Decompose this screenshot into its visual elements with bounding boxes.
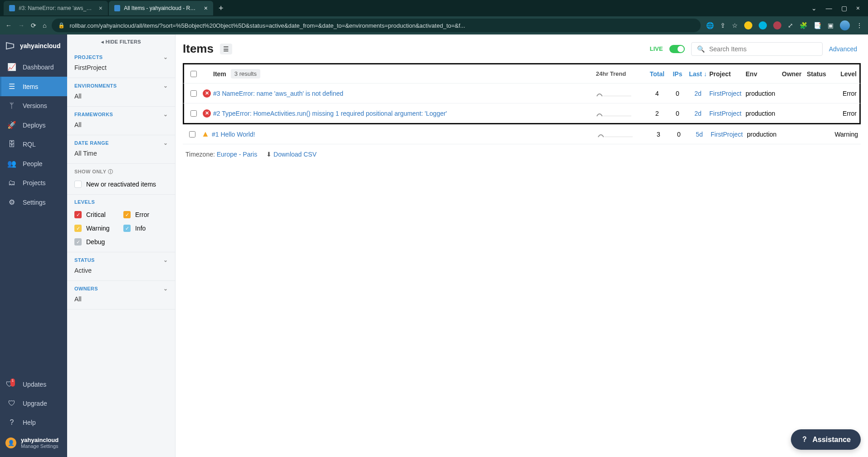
filter-daterange-header[interactable]: DATE RANGE⌄: [74, 140, 168, 150]
col-last[interactable]: Last ↓: [687, 70, 709, 78]
filter-daterange-value[interactable]: All Time: [74, 150, 168, 157]
filter-projects-header[interactable]: PROJECTS⌄: [74, 54, 168, 64]
filter-status-header[interactable]: STATUS⌄: [74, 257, 168, 267]
info-icon[interactable]: ⓘ: [108, 169, 113, 174]
browser-tab-0[interactable]: #3: NameError: name 'aws_auth' ×: [4, 1, 108, 15]
hide-filters-label: HIDE FILTERS: [106, 39, 141, 44]
level-critical[interactable]: ✓Critical: [74, 209, 119, 218]
nav-people[interactable]: 👥 People: [0, 154, 67, 173]
select-all-checkbox[interactable]: [190, 71, 197, 77]
browser-tab-1[interactable]: All Items - yahyaincloud - Rollbar ×: [109, 1, 213, 15]
maximize-icon[interactable]: ▢: [841, 5, 847, 12]
star-icon[interactable]: ☆: [732, 22, 738, 29]
extensions-icon[interactable]: 🧩: [800, 22, 807, 29]
live-toggle[interactable]: [669, 45, 685, 53]
checkbox-icon[interactable]: ✓: [123, 225, 131, 232]
ext-icon-2[interactable]: [759, 21, 767, 29]
filter-frameworks-header[interactable]: FRAMEWORKS⌄: [74, 111, 168, 121]
chevron-down-icon[interactable]: ⌄: [811, 5, 817, 12]
filter-environments-header[interactable]: ENVIRONMENTS⌄: [74, 83, 168, 93]
advanced-link[interactable]: Advanced: [829, 45, 857, 53]
nav-settings[interactable]: ⚙ Settings: [0, 192, 67, 212]
ext-icon-1[interactable]: [744, 21, 752, 29]
filter-levels-header[interactable]: LEVELS: [74, 199, 168, 208]
cell-project[interactable]: FirstProject: [711, 131, 747, 138]
checkbox-icon[interactable]: ✓: [123, 211, 131, 218]
filter-owners-value[interactable]: All: [74, 295, 168, 303]
row-checkbox[interactable]: [190, 110, 197, 117]
close-icon[interactable]: ×: [204, 5, 208, 12]
assistance-button[interactable]: ？ Assistance: [791, 429, 861, 450]
list-view-toggle[interactable]: ☰: [220, 44, 232, 54]
filter-owners-header[interactable]: OWNERS⌄: [74, 285, 168, 295]
filter-status-value[interactable]: Active: [74, 267, 168, 274]
item-link[interactable]: #3 NameError: name 'aws_auth' is not def…: [213, 90, 343, 97]
col-level[interactable]: Level: [829, 70, 857, 78]
nav-dashboard[interactable]: 📈 Dashboard: [0, 57, 67, 77]
filter-frameworks-value[interactable]: All: [74, 121, 168, 128]
reload-icon[interactable]: ⟳: [31, 22, 36, 29]
close-icon[interactable]: ×: [99, 5, 102, 12]
col-ips[interactable]: IPs: [668, 70, 687, 78]
workspace-header[interactable]: yahyaincloud: [0, 34, 67, 57]
checkbox-icon[interactable]: ✓: [74, 238, 82, 246]
forward-icon[interactable]: →: [18, 22, 24, 29]
show-only-checkbox-row[interactable]: New or reactivated items: [74, 179, 168, 188]
row-checkbox[interactable]: [190, 90, 197, 97]
tab-favicon: [114, 5, 120, 11]
level-info[interactable]: ✓Info: [123, 223, 168, 232]
col-item[interactable]: Item: [213, 70, 226, 78]
back-icon[interactable]: ←: [5, 22, 12, 29]
level-error[interactable]: ✓Error: [123, 209, 168, 218]
search-box[interactable]: 🔍: [691, 42, 823, 56]
home-icon[interactable]: ⌂: [43, 22, 46, 29]
cell-last[interactable]: 2d: [687, 110, 709, 117]
ext-icon-3[interactable]: [773, 21, 781, 29]
checkbox-icon[interactable]: [74, 181, 82, 188]
nav-projects[interactable]: 🗂 Projects: [0, 173, 67, 192]
cell-last[interactable]: 2d: [687, 90, 709, 97]
timezone-link[interactable]: Europe - Paris: [217, 151, 257, 158]
col-total[interactable]: Total: [646, 70, 668, 78]
install-icon[interactable]: ⤢: [788, 22, 793, 29]
share-icon[interactable]: ⇪: [720, 22, 726, 29]
user-name: yahyaincloud: [21, 437, 59, 443]
user-menu[interactable]: 👤 yahyaincloud Manage Settings: [0, 432, 67, 453]
row-checkbox[interactable]: [189, 131, 195, 138]
hide-filters-button[interactable]: ◂ HIDE FILTERS: [67, 34, 175, 49]
nav-deploys[interactable]: 🚀 Deploys: [0, 115, 67, 135]
nav-help[interactable]: ? Help: [0, 413, 67, 432]
search-input[interactable]: [709, 45, 817, 53]
cell-project[interactable]: FirstProject: [709, 110, 746, 117]
download-csv-link[interactable]: Download CSV: [273, 151, 317, 158]
level-debug[interactable]: ✓Debug: [74, 236, 119, 246]
filter-environments-value[interactable]: All: [74, 93, 168, 100]
minimize-icon[interactable]: —: [826, 5, 832, 12]
col-owner[interactable]: Owner: [782, 70, 807, 78]
profile-avatar[interactable]: [840, 20, 850, 30]
close-window-icon[interactable]: ×: [856, 5, 860, 12]
side-panel-icon[interactable]: ▣: [828, 22, 834, 29]
url-input[interactable]: 🔒 rollbar.com/yahyaincloud/all/items/?so…: [52, 19, 701, 32]
nav-items[interactable]: ☰ Items: [0, 77, 67, 96]
checkbox-icon[interactable]: ✓: [74, 225, 82, 232]
level-warning[interactable]: ✓Warning: [74, 223, 119, 232]
nav-updates[interactable]: 🛡1 Updates: [0, 375, 67, 394]
reading-list-icon[interactable]: 📑: [814, 22, 821, 29]
item-link[interactable]: #1 Hello World!: [212, 131, 255, 138]
col-trend[interactable]: 24hr Trend: [596, 70, 646, 77]
filter-projects-value[interactable]: FirstProject: [74, 64, 168, 71]
nav-rql[interactable]: 🗄 RQL: [0, 135, 67, 154]
cell-project[interactable]: FirstProject: [709, 90, 746, 97]
item-link[interactable]: #2 TypeError: HomeActivities.run() missi…: [213, 110, 447, 117]
checkbox-icon[interactable]: ✓: [74, 211, 82, 218]
translate-icon[interactable]: 🌐: [706, 22, 714, 29]
new-tab-button[interactable]: +: [214, 4, 228, 13]
nav-versions[interactable]: ᛘ Versions: [0, 96, 67, 115]
col-project[interactable]: Project: [709, 70, 746, 78]
col-env[interactable]: Env: [746, 70, 782, 78]
col-status[interactable]: Status: [807, 70, 829, 78]
menu-icon[interactable]: ⋮: [856, 22, 863, 29]
cell-last[interactable]: 5d: [688, 131, 711, 138]
nav-upgrade[interactable]: 🛡 Upgrade: [0, 394, 67, 413]
